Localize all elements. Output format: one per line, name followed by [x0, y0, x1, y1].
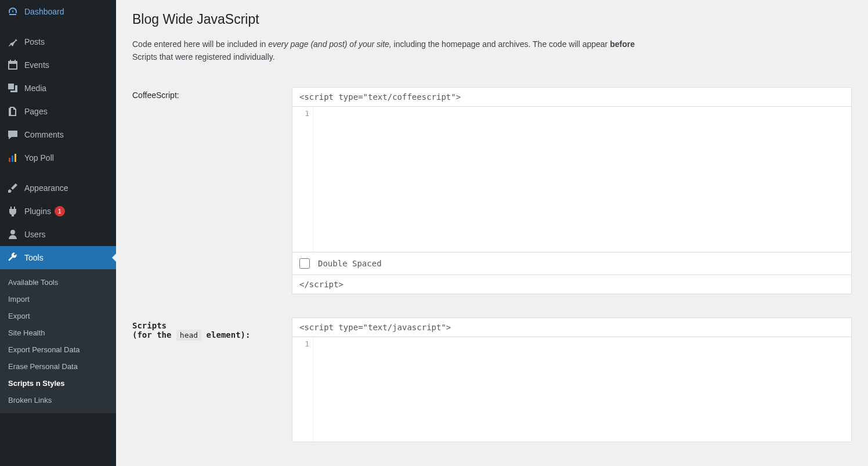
sidebar-item-dashboard[interactable]: Dashboard	[0, 0, 116, 23]
sidebar-label: Comments	[24, 130, 64, 139]
coffeescript-textarea[interactable]	[313, 107, 851, 252]
scripts-open-tag: <script type="text/javascript">	[292, 318, 851, 337]
line-gutter: 1	[292, 107, 313, 252]
svg-rect-1	[12, 156, 13, 162]
sidebar-label: Appearance	[24, 183, 68, 193]
submenu-available-tools[interactable]: Available Tools	[0, 274, 116, 291]
coffeescript-label: CoffeeScript:	[132, 87, 292, 100]
main-content: Blog Wide JavaScript Code entered here w…	[116, 0, 868, 466]
sidebar-label: Tools	[24, 253, 44, 262]
brush-icon	[7, 182, 19, 194]
submenu-import[interactable]: Import	[0, 291, 116, 308]
admin-sidebar: Dashboard Posts Events Media Pages Comme…	[0, 0, 116, 466]
submenu-site-health[interactable]: Site Health	[0, 324, 116, 341]
calendar-icon	[7, 59, 19, 71]
sidebar-item-tools[interactable]: Tools	[0, 246, 116, 269]
coffeescript-row: CoffeeScript: <script type="text/coffees…	[132, 87, 852, 294]
coffeescript-close-tag: </script>	[292, 274, 851, 294]
submenu-export[interactable]: Export	[0, 308, 116, 324]
sidebar-item-media[interactable]: Media	[0, 77, 116, 100]
sidebar-item-events[interactable]: Events	[0, 53, 116, 77]
coffeescript-box: <script type="text/coffeescript"> 1 Doub…	[292, 87, 852, 294]
double-spaced-checkbox[interactable]	[299, 258, 310, 269]
double-spaced-row[interactable]: Double Spaced	[292, 252, 851, 274]
submenu-scripts-styles[interactable]: Scripts n Styles	[0, 375, 116, 392]
pin-icon	[7, 36, 19, 48]
sidebar-item-appearance[interactable]: Appearance	[0, 176, 116, 200]
pages-icon	[7, 106, 19, 117]
sidebar-item-users[interactable]: Users	[0, 223, 116, 246]
svg-rect-2	[15, 154, 16, 162]
scripts-row: Scripts (for the head element): <script …	[132, 317, 852, 442]
tools-submenu: Available Tools Import Export Site Healt…	[0, 269, 116, 413]
scripts-editor[interactable]: 1	[292, 337, 851, 442]
plugins-badge: 1	[55, 206, 65, 216]
scripts-textarea[interactable]	[313, 337, 851, 442]
sidebar-label: Media	[24, 84, 46, 93]
chart-icon	[7, 152, 19, 164]
sidebar-label: Dashboard	[24, 7, 64, 16]
sidebar-label: Users	[24, 230, 46, 239]
page-description: Code entered here will be included in ev…	[132, 38, 654, 64]
user-icon	[7, 229, 19, 240]
coffeescript-editor[interactable]: 1	[292, 107, 851, 252]
sidebar-item-posts[interactable]: Posts	[0, 30, 116, 53]
submenu-export-data[interactable]: Export Personal Data	[0, 341, 116, 358]
sidebar-label: Events	[24, 60, 49, 70]
line-gutter: 1	[292, 337, 313, 442]
sidebar-item-plugins[interactable]: Plugins 1	[0, 200, 116, 223]
svg-rect-0	[9, 158, 10, 162]
sidebar-item-pages[interactable]: Pages	[0, 100, 116, 123]
comment-icon	[7, 129, 19, 140]
scripts-label: Scripts (for the head element):	[132, 317, 292, 339]
sidebar-item-comments[interactable]: Comments	[0, 123, 116, 146]
page-title: Blog Wide JavaScript	[132, 12, 852, 27]
submenu-erase-data[interactable]: Erase Personal Data	[0, 358, 116, 375]
submenu-broken-links[interactable]: Broken Links	[0, 392, 116, 409]
dashboard-icon	[7, 6, 19, 17]
sidebar-label: Posts	[24, 37, 45, 46]
double-spaced-label: Double Spaced	[318, 259, 382, 268]
sidebar-label: Yop Poll	[24, 153, 54, 162]
coffeescript-open-tag: <script type="text/coffeescript">	[292, 88, 851, 107]
plugin-icon	[7, 205, 19, 217]
wrench-icon	[7, 252, 19, 263]
sidebar-label: Plugins	[24, 207, 51, 216]
sidebar-label: Pages	[24, 107, 48, 116]
scripts-box: <script type="text/javascript"> 1	[292, 317, 852, 442]
sidebar-item-yoppoll[interactable]: Yop Poll	[0, 146, 116, 169]
media-icon	[7, 82, 19, 94]
